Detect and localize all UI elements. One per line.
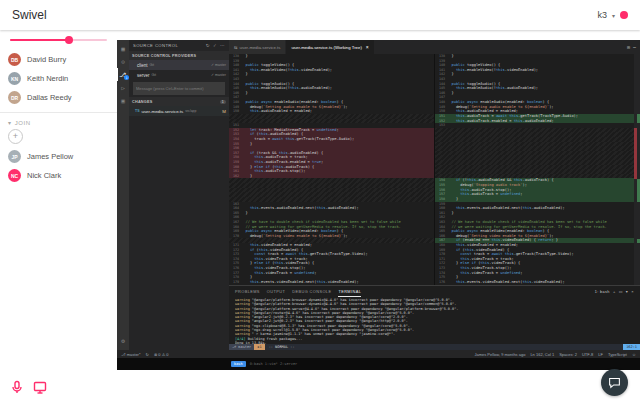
panel-tabs: PROBLEMSOUTPUTDEBUG CONSOLETERMINAL — [235, 286, 361, 297]
editor-tab-label: user-media.service.ts (Working Tree) — [291, 45, 361, 50]
terminal-output[interactable]: warning "@angular/platform-browser-dynam… — [229, 297, 640, 344]
status-bar-item[interactable]: Spaces: 2 — [559, 352, 577, 357]
scm-title-row: SOURCE CONTROL ↻✓⋯ — [129, 40, 229, 51]
status-bar-item[interactable]: Ln 162, Col 1 — [530, 352, 554, 357]
repo-name: server — [137, 73, 150, 78]
status-bar-item[interactable]: ↻ — [146, 352, 149, 357]
avatar: DB — [8, 53, 21, 66]
repo-name: client — [137, 63, 148, 68]
panel-action-icon[interactable]: × — [631, 289, 634, 294]
settings-gear-icon[interactable]: ⚙ — [117, 334, 129, 347]
editor-tab[interactable]: ⇆user-media.service.ts — [229, 40, 286, 54]
chat-fab-button[interactable] — [601, 369, 628, 396]
diff-pane-original: 138 }139 140 public toggleVideo() {141 t… — [229, 54, 435, 285]
notification-dot — [620, 11, 628, 19]
scm-action-icon[interactable]: ↻ — [206, 43, 210, 48]
participant-list-active: DBDavid BurryKNKeith NerdinDRDallas Reed… — [0, 50, 117, 107]
scm-changes-label: CHANGES — [132, 100, 152, 104]
participant-name: Nick Clark — [27, 171, 61, 180]
user-menu[interactable]: k3 ▾ — [597, 10, 628, 20]
participant-name: David Burry — [27, 55, 66, 64]
status-bar-item[interactable]: ⊗ 0 ⚠ 0 — [154, 352, 169, 357]
terminal-select[interactable]: 1: bash — [595, 290, 610, 294]
microphone-button[interactable] — [10, 380, 24, 394]
participant-row[interactable]: KNKeith Nerdin — [0, 69, 117, 88]
source-control-icon[interactable]: ⎇1 — [117, 68, 129, 81]
tmux-window-list[interactable]: 0:bash 1:vim* 2:server — [250, 362, 298, 366]
screen-share-button[interactable] — [33, 380, 47, 394]
code-text: this.events.videoEnabled.next(this.video… — [241, 280, 434, 285]
tmux-session-badge[interactable]: bash — [231, 361, 246, 367]
typescript-file-icon: TS — [135, 109, 139, 113]
participant-list-pending: JPJames PellowNCNick Clark — [0, 147, 117, 185]
panel-tab[interactable]: TERMINAL — [338, 286, 361, 297]
editor-tab-label: user-media.service.ts — [240, 45, 281, 50]
line-number: 179 — [229, 280, 241, 285]
panel-action-icon[interactable]: + — [613, 289, 616, 294]
panel-tab[interactable]: DEBUG CONSOLE — [292, 286, 331, 297]
status-bar-item[interactable]: ⎇ master* — [121, 352, 141, 357]
avatar: JP — [8, 150, 21, 163]
status-bar-right: James Pellow, 9 months agoLn 162, Col 1S… — [474, 352, 636, 357]
panel-action-icons: +▭▾× — [613, 289, 634, 294]
vscode-status-bar: ⎇ master*↻⊗ 0 ⚠ 0 James Pellow, 9 months… — [117, 350, 640, 358]
monitor-icon — [33, 380, 47, 394]
search-icon[interactable]: ⊙ — [117, 55, 129, 68]
commit-message-input[interactable] — [133, 82, 225, 95]
participant-row[interactable]: DRDallas Reedy — [0, 88, 117, 107]
overview-ruler[interactable] — [634, 54, 640, 285]
close-icon[interactable]: × — [366, 44, 369, 50]
diff-editor: 138 }139 140 public toggleVideo() {141 t… — [229, 54, 640, 285]
ruler-removed-mark — [634, 128, 636, 179]
scm-repo-list: clientGit✓ masterserverGit✓ master — [129, 60, 229, 80]
scm-providers-label: SOURCE CONTROL PROVIDERS — [132, 54, 196, 58]
scm-providers-header[interactable]: SOURCE CONTROL PROVIDERS — [129, 51, 229, 60]
panel-action-icon[interactable]: ▾ — [626, 289, 628, 294]
scm-action-icon[interactable]: ✓ — [213, 43, 217, 48]
explorer-icon[interactable]: ▦ — [117, 42, 129, 55]
changed-file-row[interactable]: TSuser-media.service.tssrc/appM — [129, 106, 229, 116]
panel-tab-bar: PROBLEMSOUTPUTDEBUG CONSOLETERMINAL 1: b… — [229, 286, 640, 297]
add-participant-button[interactable]: + — [8, 129, 23, 144]
scm-title-actions: ↻✓⋯ — [206, 43, 225, 48]
participant-row[interactable]: NCNick Clark — [0, 166, 117, 185]
volume-slider[interactable] — [10, 35, 107, 45]
scm-changes-header[interactable]: CHANGES 1 — [129, 97, 229, 106]
scm-action-icon[interactable]: ⋯ — [220, 43, 225, 48]
status-bar-item[interactable]: UTF-8 — [582, 352, 593, 357]
debug-icon[interactable]: ▷ — [117, 81, 129, 94]
line-number: 176 — [435, 280, 447, 285]
extensions-icon[interactable]: ▣ — [117, 94, 129, 107]
editor-tab-actions: ⊞⋯ — [627, 40, 640, 54]
source-control-sidebar: SOURCE CONTROL ↻✓⋯ SOURCE CONTROL PROVID… — [129, 40, 229, 350]
status-bar-item[interactable]: James Pellow, 9 months ago — [474, 352, 525, 357]
participant-name: Dallas Reedy — [27, 93, 72, 102]
tmux-status-bar: bash 0:bash 1:vim* 2:server — [117, 358, 640, 370]
panel-actions: 1: bash +▭▾× — [595, 289, 634, 294]
panel-action-icon[interactable]: ▭ — [619, 289, 623, 294]
avatar: NC — [8, 169, 21, 182]
editor-action-icon[interactable]: ⊞ — [627, 44, 630, 50]
app-window: Swivel k3 ▾ DBDavid BurryKNKeith NerdinD… — [0, 0, 640, 400]
status-bar-item[interactable]: LF — [598, 352, 603, 357]
status-bar-item[interactable]: ☺ — [632, 352, 636, 357]
chat-bubble-icon — [608, 376, 621, 389]
status-bar-left: ⎇ master*↻⊗ 0 ⚠ 0 — [121, 352, 169, 357]
editor-action-icon[interactable]: ⋯ — [633, 44, 636, 50]
microphone-icon — [10, 380, 24, 394]
slider-thumb[interactable] — [65, 36, 73, 44]
participant-row[interactable]: DBDavid Burry — [0, 50, 117, 69]
panel-tab[interactable]: PROBLEMS — [235, 286, 260, 297]
scm-repo-row[interactable]: clientGit✓ master — [129, 60, 229, 70]
editor-tab-bar: ⇆user-media.service.tsuser-media.service… — [229, 40, 640, 54]
app-logo: Swivel — [12, 8, 47, 22]
code-line: 179 this.events.videoEnabled.next(this.v… — [229, 280, 434, 285]
scm-repo-row[interactable]: serverGit✓ master — [129, 70, 229, 80]
participant-row[interactable]: JPJames Pellow — [0, 147, 117, 166]
status-bar-item[interactable]: TypeScript — [608, 352, 627, 357]
activity-bar: ▦⊙⎇1▷▣⚙ — [117, 40, 129, 350]
editor-tab[interactable]: user-media.service.ts (Working Tree)× — [286, 40, 374, 54]
participant-name: James Pellow — [27, 152, 73, 161]
panel-tab[interactable]: OUTPUT — [267, 286, 285, 297]
participant-name: Keith Nerdin — [27, 74, 68, 83]
